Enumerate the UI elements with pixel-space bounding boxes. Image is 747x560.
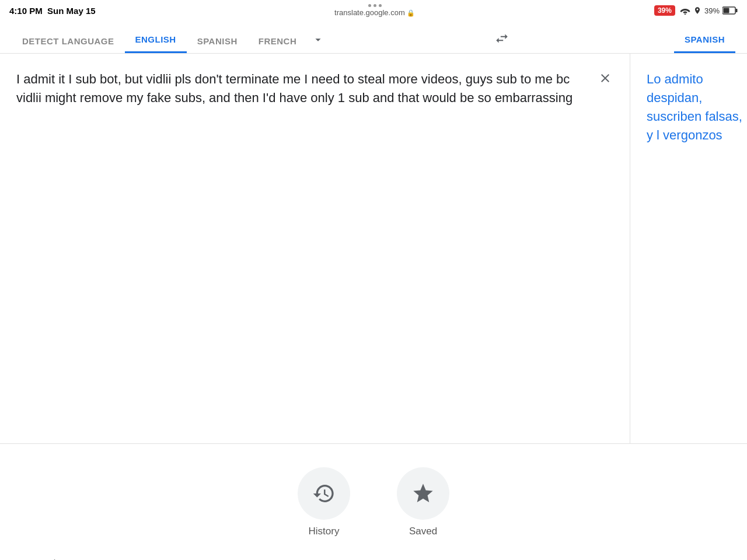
clear-button[interactable] — [595, 68, 616, 89]
language-dropdown[interactable] — [307, 26, 329, 53]
svg-point-0 — [684, 13, 686, 15]
bottom-area: History Saved — [0, 443, 747, 560]
star-icon — [411, 482, 435, 505]
status-time-date: 4:10 PM Sun May 15 — [9, 6, 96, 16]
chevron-down-icon — [312, 33, 324, 46]
translation-text: Lo admito despidan, suscriben falsas, y … — [647, 70, 747, 145]
swap-icon — [494, 31, 509, 46]
tab-spanish[interactable]: SPANISH — [187, 29, 248, 53]
status-right: 39% 39% — [654, 5, 738, 16]
status-bar: 4:10 PM Sun May 15 translate.google.com … — [0, 0, 747, 21]
saved-button[interactable]: Saved — [397, 467, 449, 537]
history-button[interactable]: History — [298, 467, 350, 537]
lock-icon: 🔒 — [407, 9, 415, 16]
input-text[interactable]: I admit it I sub bot, but vidlii pls don… — [16, 70, 613, 107]
url-bar: translate.google.com 🔒 — [334, 8, 415, 17]
battery-percent-text: 39% — [704, 6, 720, 15]
tab-french[interactable]: FRENCH — [248, 29, 308, 53]
swap-languages-button[interactable] — [485, 24, 519, 53]
saved-label: Saved — [409, 526, 437, 537]
history-icon — [312, 482, 336, 505]
tab-english[interactable]: ENGLISH — [125, 27, 187, 53]
battery-icon — [722, 6, 738, 15]
status-center: translate.google.com 🔒 — [334, 4, 415, 17]
history-circle-icon[interactable] — [298, 467, 350, 520]
location-icon — [693, 6, 701, 15]
close-icon — [598, 71, 612, 85]
nav-bar: DETECT LANGUAGE ENGLISH SPANISH FRENCH S… — [0, 21, 747, 54]
wifi-icon — [680, 6, 690, 15]
status-icons: 39% — [680, 6, 738, 15]
tab-detect-language[interactable]: DETECT LANGUAGE — [12, 29, 125, 53]
dots-menu — [368, 4, 382, 7]
history-label: History — [309, 526, 340, 537]
battery-indicator: 39% — [654, 5, 675, 16]
svg-rect-2 — [735, 9, 737, 12]
svg-rect-3 — [723, 8, 729, 13]
bottom-buttons-row: History Saved — [298, 467, 449, 537]
tab-right-spanish[interactable]: SPANISH — [674, 27, 735, 53]
saved-circle-icon[interactable] — [397, 467, 449, 520]
